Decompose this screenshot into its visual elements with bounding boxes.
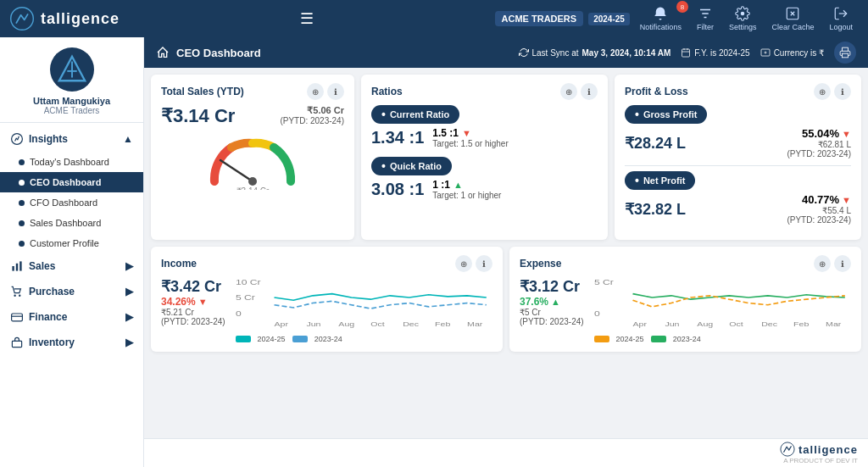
income-legend: 2024-25 2023-24 — [236, 335, 492, 343]
pnl-options-button[interactable]: ⊕ — [814, 83, 831, 100]
sidebar-section-finance[interactable]: Finance ▶ — [0, 304, 143, 330]
dot-icon — [19, 159, 25, 165]
expense-info-button[interactable]: ℹ — [834, 255, 851, 272]
sales-icon — [10, 259, 24, 273]
header-left: CEO Dashboard — [156, 46, 261, 59]
expense-chart-area: 5 Cr 0 Apr Jun Aug Oct Dec Feb Mar — [594, 277, 851, 343]
profile-name: Uttam Mangukiya — [33, 96, 110, 106]
logout-button[interactable]: Logout — [824, 4, 858, 33]
svg-rect-18 — [12, 341, 21, 347]
expense-legend-2324 — [651, 336, 666, 342]
bell-icon — [653, 6, 668, 21]
bottom-cards-row: Income ⊕ ℹ ₹3.42 Cr 34.26% ▼ — [151, 247, 861, 352]
sidebar-profile: Uttam Mangukiya ACME Traders — [0, 37, 143, 123]
svg-text:Jun: Jun — [665, 320, 679, 327]
navbar-right: ACME TRADERS 2024-25 Notifications 8 Fil… — [495, 4, 858, 33]
inventory-icon — [10, 336, 24, 349]
income-stats: ₹3.42 Cr 34.26% ▼ ₹5.21 Cr (PYTD: 2023-2… — [161, 277, 225, 326]
pnl-divider — [625, 165, 851, 166]
clear-cache-icon — [785, 6, 800, 21]
pnl-card: Profit & Loss ⊕ ℹ Gross Profit ₹28.24 L — [615, 75, 861, 240]
gear-icon — [735, 6, 750, 21]
expense-stats: ₹3.12 Cr 37.6% ▲ ₹5 Cr (PYTD: 2023-24) — [520, 277, 584, 326]
svg-point-4 — [741, 12, 745, 16]
svg-rect-19 — [682, 49, 690, 57]
expense-card: Expense ⊕ ℹ ₹3.12 Cr 37.6% ▲ — [509, 247, 861, 352]
svg-text:Dec: Dec — [761, 320, 777, 327]
footer-brand-name: talligence — [798, 443, 858, 456]
sidebar-item-ceo-dashboard[interactable]: CEO Dashboard — [0, 172, 143, 192]
net-profit-value: ₹32.82 L — [625, 200, 686, 219]
income-card-title: Income — [161, 258, 197, 270]
notifications-wrapper: Notifications 8 — [635, 4, 687, 33]
current-ratio-pill: Current Ratio — [371, 105, 459, 124]
sidebar-item-customer-profile[interactable]: Customer Profile — [0, 233, 143, 253]
svg-point-15 — [19, 295, 20, 297]
brand: talligence — [10, 7, 120, 31]
sidebar-section-inventory[interactable]: Inventory ▶ — [0, 330, 143, 355]
logout-icon — [833, 6, 849, 21]
sidebar-item-todays-dashboard[interactable]: Today's Dashboard — [0, 152, 143, 172]
top-cards-row: Total Sales (YTD) ⊕ ℹ ₹3.14 Cr ₹5.06 Cr … — [151, 75, 861, 240]
sidebar-section-purchase[interactable]: Purchase ▶ — [0, 279, 143, 304]
current-ratio-value: 1.34 :1 — [371, 128, 424, 147]
print-button[interactable] — [834, 42, 856, 64]
pnl-info-button[interactable]: ℹ — [834, 83, 851, 100]
sales-info-button[interactable]: ℹ — [327, 83, 344, 100]
expense-sparkline: 5 Cr 0 Apr Jun Aug Oct Dec Feb Mar — [594, 277, 851, 328]
profile-company: ACME Traders — [44, 106, 100, 115]
insights-icon — [10, 132, 24, 146]
svg-text:5 Cr: 5 Cr — [236, 293, 255, 302]
net-profit-right: 40.77% ▼ ₹55.4 L (PYTD: 2023-24) — [787, 193, 851, 225]
svg-point-14 — [14, 295, 15, 297]
settings-button[interactable]: Settings — [724, 4, 762, 33]
calendar-icon — [681, 47, 691, 58]
income-chart-area: 10 Cr 5 Cr 0 Apr Jun Aug Oct Dec Feb — [236, 277, 492, 343]
inventory-label: Inventory — [29, 336, 75, 348]
gross-profit-pill: Gross Profit — [625, 105, 707, 124]
footer-logo-icon — [780, 442, 795, 457]
net-profit-pill: Net Profit — [625, 171, 695, 190]
ratios-options-button[interactable]: ⊕ — [560, 83, 577, 100]
company-name: ACME TRADERS — [502, 14, 577, 24]
sidebar-item-sales-dashboard[interactable]: Sales Dashboard — [0, 213, 143, 233]
footer-tagline: A PRODUCT OF DEV IT — [783, 457, 858, 464]
svg-text:Aug: Aug — [338, 320, 354, 327]
purchase-icon — [10, 285, 24, 298]
finance-chevron-icon: ▶ — [125, 311, 133, 323]
income-info-button[interactable]: ℹ — [476, 255, 492, 272]
svg-rect-11 — [12, 266, 14, 271]
svg-text:10 Cr: 10 Cr — [236, 277, 261, 286]
svg-text:₹3.14 Cr: ₹3.14 Cr — [236, 186, 270, 190]
svg-rect-13 — [19, 261, 21, 270]
current-ratio-section: Current Ratio 1.34 :1 1.5 :1 ▼ Target: 1… — [371, 105, 598, 148]
svg-text:Mar: Mar — [467, 320, 482, 327]
filter-icon — [698, 6, 713, 21]
expense-options-button[interactable]: ⊕ — [814, 255, 831, 272]
sales-card-header: Total Sales (YTD) ⊕ ℹ — [161, 83, 344, 100]
sales-label: Sales — [29, 260, 55, 272]
company-tag: ACME TRADERS — [495, 11, 584, 26]
clear-cache-button[interactable]: Clear Cache — [766, 4, 819, 33]
sidebar-section-insights[interactable]: Insights ▲ — [0, 126, 143, 152]
header-right: Last Sync at May 3, 2024, 10:14 AM F.Y. … — [519, 42, 857, 64]
finance-label: Finance — [29, 311, 67, 323]
gross-profit-right: 55.04% ▼ ₹62.81 L (PYTD: 2023-24) — [787, 127, 851, 158]
pnl-card-icons: ⊕ ℹ — [814, 83, 851, 100]
sidebar-section-sales[interactable]: Sales ▶ — [0, 253, 143, 279]
sales-options-button[interactable]: ⊕ — [307, 83, 324, 100]
pnl-card-header: Profit & Loss ⊕ ℹ — [625, 83, 851, 100]
hamburger-icon[interactable]: ☰ — [300, 9, 314, 28]
print-icon — [839, 47, 851, 58]
dashboard-body: Total Sales (YTD) ⊕ ℹ ₹3.14 Cr ₹5.06 Cr … — [144, 68, 868, 438]
footer-brand: talligence A PRODUCT OF DEV IT — [144, 438, 868, 467]
svg-text:Feb: Feb — [793, 320, 809, 327]
income-options-button[interactable]: ⊕ — [455, 255, 472, 272]
ratios-card-header: Ratios ⊕ ℹ — [371, 83, 598, 100]
sidebar-item-cfo-dashboard[interactable]: CFO Dashboard — [0, 192, 143, 213]
filter-button[interactable]: Filter — [692, 4, 719, 33]
sync-info: Last Sync at May 3, 2024, 10:14 AM — [519, 47, 671, 58]
svg-text:Apr: Apr — [632, 320, 647, 327]
ratios-info-button[interactable]: ℹ — [581, 83, 598, 100]
svg-text:0: 0 — [594, 309, 600, 318]
